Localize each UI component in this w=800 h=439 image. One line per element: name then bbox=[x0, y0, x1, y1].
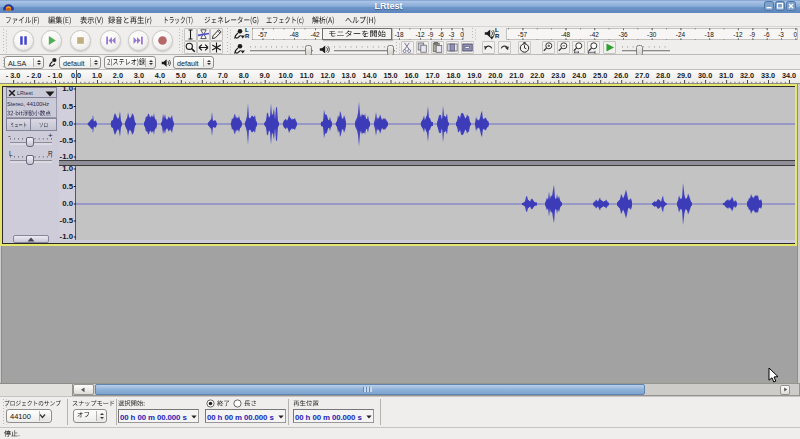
svg-text:-57: -57 bbox=[518, 31, 528, 38]
svg-text:15.0: 15.0 bbox=[383, 71, 397, 80]
svg-text:9.0: 9.0 bbox=[260, 71, 270, 80]
svg-text:- 2.0: - 2.0 bbox=[27, 71, 42, 80]
svg-text:31.0: 31.0 bbox=[719, 71, 733, 80]
svg-text:10.0: 10.0 bbox=[279, 71, 293, 80]
svg-text:6.0: 6.0 bbox=[197, 71, 207, 80]
svg-text:13.0: 13.0 bbox=[341, 71, 355, 80]
svg-text:0.0: 0.0 bbox=[62, 119, 74, 128]
svg-text:32.0: 32.0 bbox=[740, 71, 754, 80]
svg-text:-0.5: -0.5 bbox=[60, 136, 74, 145]
svg-text:16.0: 16.0 bbox=[404, 71, 418, 80]
svg-text:1.0: 1.0 bbox=[92, 71, 102, 80]
svg-text:-48: -48 bbox=[561, 31, 571, 38]
svg-text:0: 0 bbox=[460, 31, 464, 38]
svg-text:0.5: 0.5 bbox=[62, 102, 74, 111]
svg-text:19.0: 19.0 bbox=[467, 71, 481, 80]
svg-text:18.0: 18.0 bbox=[446, 71, 460, 80]
svg-text:- 3.0: - 3.0 bbox=[6, 71, 21, 80]
svg-text:3.0: 3.0 bbox=[134, 71, 144, 80]
svg-text:30.0: 30.0 bbox=[698, 71, 712, 80]
svg-text:14.0: 14.0 bbox=[362, 71, 376, 80]
svg-text:7.0: 7.0 bbox=[218, 71, 228, 80]
svg-text:1.0: 1.0 bbox=[62, 84, 74, 93]
svg-text:23.0: 23.0 bbox=[551, 71, 565, 80]
svg-text:-42: -42 bbox=[310, 31, 320, 38]
svg-text:-9: -9 bbox=[749, 31, 755, 38]
svg-text:-3: -3 bbox=[778, 31, 784, 38]
svg-text:22.0: 22.0 bbox=[530, 71, 544, 80]
svg-text:-3: -3 bbox=[449, 31, 455, 38]
svg-text:34.0: 34.0 bbox=[782, 71, 796, 80]
svg-text:28.0: 28.0 bbox=[656, 71, 670, 80]
svg-text:4.0: 4.0 bbox=[155, 71, 165, 80]
svg-text:0.5: 0.5 bbox=[62, 182, 74, 191]
svg-text:-18: -18 bbox=[394, 31, 404, 38]
svg-text:-1.0: -1.0 bbox=[60, 232, 74, 241]
svg-text:11.0: 11.0 bbox=[300, 71, 314, 80]
svg-text:-36: -36 bbox=[618, 31, 628, 38]
svg-text:-24: -24 bbox=[676, 31, 686, 38]
svg-text:2.0: 2.0 bbox=[113, 71, 123, 80]
svg-text:21.0: 21.0 bbox=[509, 71, 523, 80]
svg-text:29.0: 29.0 bbox=[677, 71, 691, 80]
svg-text:-12: -12 bbox=[415, 31, 425, 38]
svg-text:-30: -30 bbox=[647, 31, 657, 38]
svg-text:-12: -12 bbox=[733, 31, 743, 38]
svg-text:-1.0: -1.0 bbox=[60, 152, 74, 161]
svg-text:-6: -6 bbox=[438, 31, 444, 38]
svg-text:0: 0 bbox=[794, 31, 798, 38]
svg-text:- 1.0: - 1.0 bbox=[48, 71, 63, 80]
svg-text:20.0: 20.0 bbox=[488, 71, 502, 80]
svg-text:0.0: 0.0 bbox=[62, 199, 74, 208]
svg-text:5.0: 5.0 bbox=[176, 71, 186, 80]
svg-text:-0.5: -0.5 bbox=[60, 216, 74, 225]
svg-text:12.0: 12.0 bbox=[320, 71, 334, 80]
svg-text:8.0: 8.0 bbox=[239, 71, 249, 80]
svg-text:-48: -48 bbox=[289, 31, 299, 38]
svg-text:-6: -6 bbox=[764, 31, 770, 38]
svg-text:-42: -42 bbox=[590, 31, 600, 38]
svg-text:24.0: 24.0 bbox=[572, 71, 586, 80]
svg-text:17.0: 17.0 bbox=[425, 71, 439, 80]
svg-text:27.0: 27.0 bbox=[635, 71, 649, 80]
svg-text:-18: -18 bbox=[705, 31, 715, 38]
svg-text:25.0: 25.0 bbox=[593, 71, 607, 80]
svg-text:33.0: 33.0 bbox=[761, 71, 775, 80]
svg-text:-57: -57 bbox=[258, 31, 268, 38]
svg-text:-9: -9 bbox=[428, 31, 434, 38]
svg-text:26.0: 26.0 bbox=[614, 71, 628, 80]
svg-text:1.0: 1.0 bbox=[62, 164, 74, 173]
